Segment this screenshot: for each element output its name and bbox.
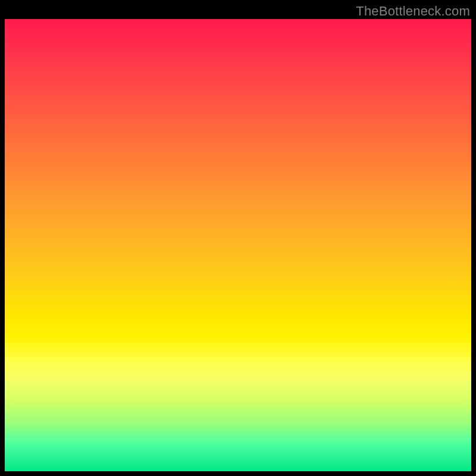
watermark-text: TheBottleneck.com bbox=[356, 4, 470, 19]
plot-outer bbox=[5, 19, 471, 471]
chart-frame: TheBottleneck.com bbox=[0, 0, 476, 476]
plot-gradient-background bbox=[5, 19, 471, 471]
